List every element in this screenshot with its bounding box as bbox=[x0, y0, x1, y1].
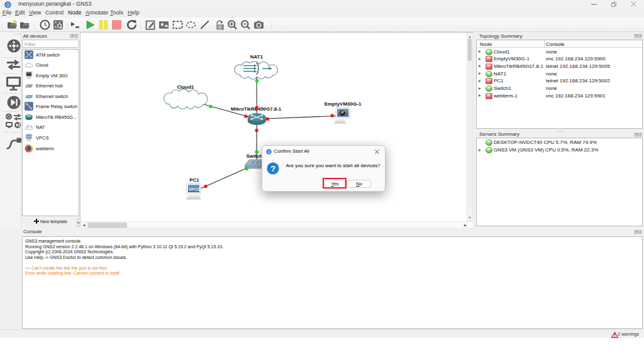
svg-text:PC1: PC1 bbox=[189, 177, 199, 183]
svg-text:NAT1: NAT1 bbox=[250, 54, 264, 60]
svg-text:b: b bbox=[55, 25, 57, 29]
svg-text:VPCS: VPCS bbox=[26, 136, 33, 138]
svg-text:a: a bbox=[55, 20, 57, 24]
svg-text:Cloud1: Cloud1 bbox=[177, 84, 194, 90]
svg-text:EmptyVM30G-1: EmptyVM30G-1 bbox=[325, 101, 362, 107]
svg-text:?: ? bbox=[270, 164, 275, 173]
svg-text:VPCS: VPCS bbox=[189, 187, 200, 192]
